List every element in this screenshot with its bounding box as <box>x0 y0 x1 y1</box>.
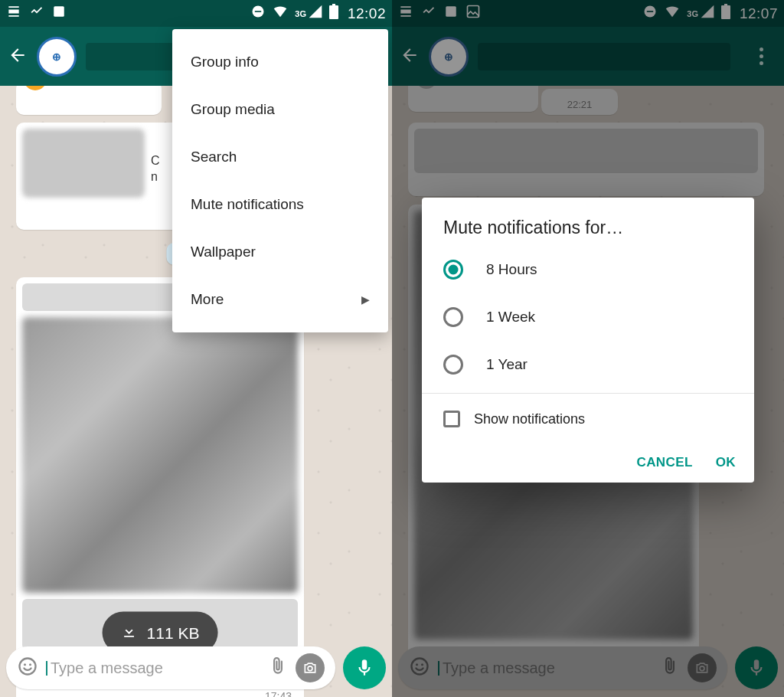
svg-rect-2 <box>255 11 261 12</box>
message-time: 17:43 <box>265 690 292 697</box>
menu-item-mute-notifications[interactable]: Mute notifications <box>172 181 388 228</box>
cancel-button[interactable]: CANCEL <box>636 455 692 470</box>
image-message-bubble[interactable]: 111 KB 17:43 <box>16 277 304 697</box>
back-arrow-icon[interactable] <box>8 45 28 68</box>
attach-icon[interactable] <box>268 656 288 679</box>
message-input[interactable]: Type a message <box>6 646 335 689</box>
menu-item-group-info[interactable]: Group info <box>172 38 388 86</box>
dialog-actions: CANCEL OK <box>422 444 754 475</box>
network-label: 3G <box>295 9 306 18</box>
signal-icon <box>308 4 323 23</box>
message-bubble[interactable] <box>16 86 162 115</box>
phone-screen-right: 3G 12:07 ⊕ 22:21 17:43 <box>392 0 784 697</box>
undownloaded-image[interactable] <box>22 317 298 593</box>
message-input-bar: Type a message <box>6 646 386 689</box>
message-bubble[interactable]: C n <box>16 123 185 230</box>
svg-rect-4 <box>332 4 335 5</box>
voice-message-button[interactable] <box>343 646 386 689</box>
svg-point-5 <box>20 659 36 675</box>
menu-item-search[interactable]: Search <box>172 133 388 181</box>
radio-icon <box>443 307 463 327</box>
voicemail-icon <box>6 4 21 23</box>
svg-rect-0 <box>54 6 64 17</box>
download-size: 111 KB <box>147 623 200 642</box>
emoji-icon[interactable] <box>17 656 38 680</box>
status-bar: 3G 12:02 <box>0 0 392 27</box>
input-placeholder[interactable]: Type a message <box>46 659 260 677</box>
radio-icon <box>443 355 463 375</box>
menu-item-more[interactable]: More▶ <box>172 276 388 323</box>
quoted-thumbnail <box>22 129 145 198</box>
radio-icon <box>443 260 463 280</box>
radio-option-8-hours[interactable]: 8 Hours <box>422 246 754 293</box>
group-avatar[interactable]: ⊕ <box>37 37 77 77</box>
text-caret <box>46 661 47 676</box>
checkbox-icon <box>443 411 460 427</box>
wifi-icon <box>272 3 289 24</box>
menu-item-group-media[interactable]: Group media <box>172 86 388 133</box>
camera-icon[interactable] <box>296 653 325 682</box>
overflow-menu: Group info Group media Search Mute notif… <box>172 29 388 332</box>
mute-notifications-dialog: Mute notifications for… 8 Hours 1 Week 1… <box>422 198 754 483</box>
sender-avatar <box>24 86 47 90</box>
svg-point-8 <box>308 666 312 671</box>
show-notifications-checkbox[interactable]: Show notifications <box>422 394 754 444</box>
download-icon <box>121 623 138 643</box>
missed-call-icon <box>29 4 44 23</box>
battery-icon <box>329 4 338 23</box>
dialog-title: Mute notifications for… <box>422 218 754 246</box>
ok-button[interactable]: OK <box>716 455 736 470</box>
chevron-right-icon: ▶ <box>361 293 370 306</box>
dnd-icon <box>250 4 266 23</box>
radio-option-1-week[interactable]: 1 Week <box>422 293 754 341</box>
phone-screen-left: 3G 12:02 ⊕ C n JANUA 111 KB 17: <box>0 0 392 697</box>
square-icon <box>52 5 66 22</box>
svg-rect-3 <box>329 5 338 19</box>
menu-item-wallpaper[interactable]: Wallpaper <box>172 228 388 276</box>
message-text-peek: C n <box>151 153 160 185</box>
svg-point-6 <box>24 663 26 666</box>
svg-point-7 <box>29 663 31 666</box>
radio-option-1-year[interactable]: 1 Year <box>422 341 754 388</box>
clock: 12:02 <box>348 5 386 22</box>
